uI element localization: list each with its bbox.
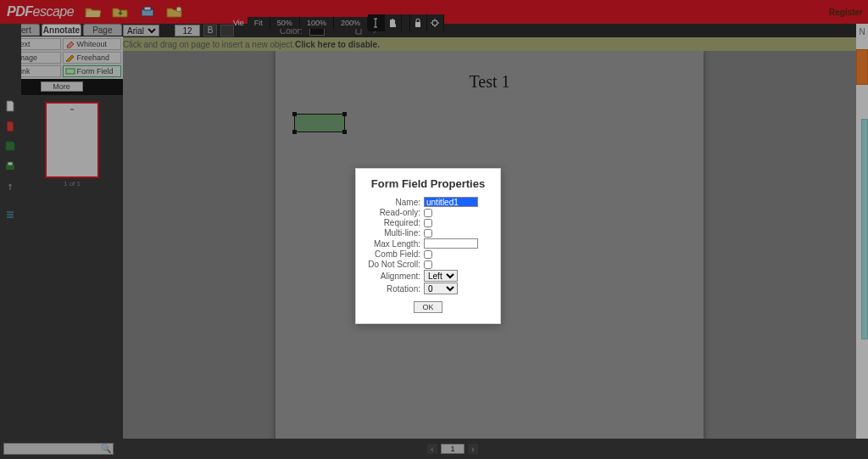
label-multiline: Multi-line: [363,228,424,238]
maxlength-input[interactable] [424,238,478,249]
form-field-properties-dialog: Form Field Properties Name: Read-only: R… [355,168,501,324]
alignment-select[interactable]: Left [424,270,458,282]
comb-checkbox[interactable] [424,250,432,259]
dialog-title: Form Field Properties [363,177,493,190]
label-align: Alignment: [363,271,424,281]
label-rotation: Rotation: [363,284,424,294]
field-name-input[interactable] [424,197,478,207]
label-comb: Comb Field: [363,249,424,259]
label-required: Required: [363,218,424,227]
label-name: Name: [363,198,424,207]
required-checkbox[interactable] [424,219,432,227]
ok-button[interactable]: OK [414,301,442,313]
readonly-checkbox[interactable] [424,209,432,217]
rotation-select[interactable]: 0 [424,283,458,294]
noscroll-checkbox[interactable] [424,260,432,269]
label-readonly: Read-only: [363,208,424,217]
multiline-checkbox[interactable] [424,229,432,238]
label-noscroll: Do Not Scroll: [363,260,424,269]
label-maxlength: Max Length: [363,239,424,249]
